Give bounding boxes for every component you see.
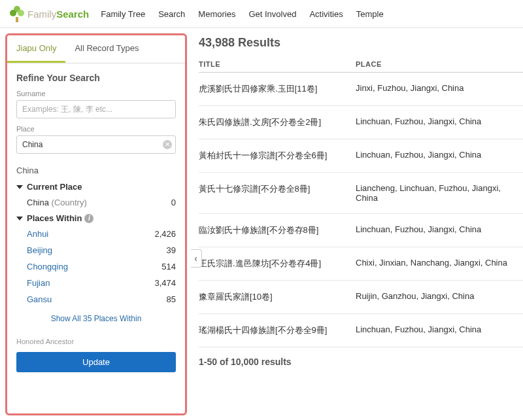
results-table-header: TITLE PLACE	[199, 56, 523, 73]
clear-place-icon[interactable]: ✕	[163, 140, 172, 149]
logo-text: FamilySearch	[27, 9, 89, 20]
chevron-left-icon: ‹	[194, 253, 197, 264]
nav-family-tree[interactable]: Family Tree	[101, 9, 145, 19]
nav-temple[interactable]: Temple	[356, 9, 384, 19]
place-within-item[interactable]: Gansu 85	[7, 291, 185, 307]
logo[interactable]: FamilySearch	[9, 5, 89, 22]
tree-icon	[9, 5, 25, 22]
collapse-sidebar-button[interactable]: ‹	[191, 249, 202, 268]
nav-memories[interactable]: Memories	[198, 9, 235, 19]
place-input[interactable]	[16, 135, 176, 154]
place-field-group: Place ✕	[7, 125, 185, 160]
result-row[interactable]: 豫章羅氏家譜[10卷] Ruijin, Ganzhou, Jiangxi, Ch…	[199, 281, 523, 314]
result-row[interactable]: 朱氏四修族譜.文房[不分卷全2冊] Linchuan, Fuzhou, Jian…	[199, 106, 523, 139]
surname-field-group: Surname	[7, 90, 185, 125]
nav-links: Family Tree Search Memories Get Involved…	[101, 9, 383, 19]
refine-title: Refine Your Search	[7, 63, 185, 90]
current-place-label: Current Place	[27, 182, 82, 192]
place-heading: China	[7, 160, 185, 179]
place-within-item[interactable]: Anhui 2,426	[7, 226, 185, 242]
result-row[interactable]: 瑤湖楊氏十四修族譜[不分卷全9冊] Linchuan, Fuzhou, Jian…	[199, 314, 523, 347]
place-within-item[interactable]: Fujian 3,474	[7, 275, 185, 291]
places-within-label: Places Within	[27, 213, 82, 223]
current-place-header[interactable]: Current Place	[7, 179, 185, 194]
place-within-item[interactable]: Beijing 39	[7, 242, 185, 258]
result-row[interactable]: 王氏宗譜.進邑陳坊[不分卷存4冊] Chixi, Jinxian, Nancha…	[199, 247, 523, 281]
show-all-places-link[interactable]: Show All 35 Places Within	[7, 307, 185, 332]
surname-label: Surname	[16, 90, 176, 97]
surname-input[interactable]	[16, 100, 176, 118]
places-within-header[interactable]: Places Within i	[7, 211, 185, 226]
nav-search[interactable]: Search	[158, 9, 185, 19]
current-place-count: 0	[150, 198, 176, 207]
result-row[interactable]: 虎溪劉氏廿四修家乘.玉田[11卷] Jinxi, Fuzhou, Jiangxi…	[199, 73, 523, 106]
chevron-down-icon	[16, 217, 23, 220]
current-place-name: China (Country)	[27, 198, 87, 207]
result-row[interactable]: 黃氏十七修宗譜[不分卷全8冊] Liancheng, Linchuan, Fuz…	[199, 173, 523, 214]
result-row[interactable]: 黃柏封氏十一修宗譜[不分卷全6冊] Linchuan, Fuzhou, Jian…	[199, 139, 523, 173]
sidebar: Jiapu Only All Record Types Refine Your …	[5, 33, 187, 415]
sidebar-tabs: Jiapu Only All Record Types	[7, 35, 185, 63]
current-place-item[interactable]: China (Country) 0	[7, 194, 185, 211]
top-nav: FamilySearch Family Tree Search Memories…	[0, 0, 523, 28]
honored-ancestor-label: Honored Ancestor	[7, 332, 185, 348]
results-heading: 43,988 Results	[199, 36, 523, 50]
results-content: ‹ 43,988 Results TITLE PLACE 虎溪劉氏廿四修家乘.玉…	[191, 28, 523, 419]
svg-rect-0	[16, 17, 18, 22]
col-title-header: TITLE	[199, 60, 356, 68]
svg-point-3	[18, 10, 24, 16]
svg-point-2	[10, 10, 16, 16]
nav-activities[interactable]: Activities	[309, 9, 343, 19]
pagination-summary: 1-50 of 10,000 results	[199, 347, 523, 376]
update-button[interactable]: Update	[16, 352, 176, 372]
tab-all-record-types[interactable]: All Record Types	[65, 35, 148, 63]
place-within-item[interactable]: Chongqing 514	[7, 258, 185, 275]
col-place-header: PLACE	[356, 60, 523, 68]
nav-get-involved[interactable]: Get Involved	[248, 9, 296, 19]
result-row[interactable]: 臨汝劉氏十修族譜[不分卷存8冊] Linchuan, Fuzhou, Jiang…	[199, 214, 523, 247]
tab-jiapu-only[interactable]: Jiapu Only	[7, 35, 65, 63]
info-icon[interactable]: i	[84, 214, 93, 223]
chevron-down-icon	[16, 185, 23, 189]
place-label: Place	[16, 125, 176, 133]
